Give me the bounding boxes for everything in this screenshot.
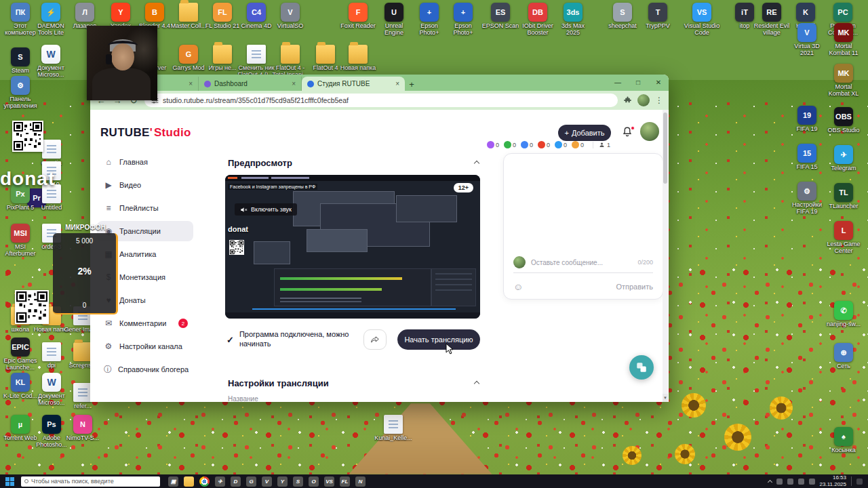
clock[interactable]: 16:53 23.11.2025 bbox=[820, 474, 846, 487]
desktop-icon[interactable]: S sheepchat bbox=[604, 3, 642, 30]
desktop-icon[interactable]: Master.Coll... bbox=[170, 3, 208, 30]
address-bar[interactable]: studio.rutube.ru/stream/355c01d7f5cd9a5f… bbox=[144, 94, 618, 107]
user-avatar[interactable] bbox=[640, 122, 659, 141]
social-badge[interactable]: 0 bbox=[572, 141, 584, 148]
tray-icon[interactable] bbox=[787, 479, 793, 485]
tab-close-icon[interactable]: × bbox=[292, 80, 296, 87]
sidebar-item[interactable]: ✉ Комментарии 2 bbox=[97, 313, 193, 333]
taskbar-app-icon[interactable] bbox=[199, 476, 210, 487]
show-desktop-divider[interactable] bbox=[851, 476, 852, 486]
desktop-icon[interactable]: Сменить ник FlatOut 4 (L... bbox=[237, 45, 275, 79]
desktop-icon[interactable]: T TrypPPV bbox=[639, 3, 677, 30]
taskbar-app-icon[interactable]: N bbox=[355, 476, 366, 487]
browser-tab[interactable]: Студия RUTUBE × bbox=[302, 77, 405, 91]
taskbar-app-icon[interactable]: V bbox=[262, 476, 272, 487]
add-button[interactable]: + Добавить bbox=[558, 125, 611, 141]
sidebar-item[interactable]: ⚙ Настройки канала bbox=[97, 336, 193, 357]
tab-close-icon[interactable]: × bbox=[395, 80, 399, 87]
tray-icon[interactable] bbox=[809, 479, 815, 485]
desktop-icon[interactable]: G Garrys Mod bbox=[170, 45, 208, 72]
taskbar-app-icon[interactable]: G bbox=[246, 476, 256, 487]
desktop-icon[interactable]: + Epson Photo+ bbox=[444, 3, 482, 37]
tray-chevron-icon[interactable] bbox=[768, 479, 772, 484]
taskbar-app-icon[interactable]: O bbox=[309, 476, 319, 487]
taskbar-app-icon[interactable]: ▣ bbox=[168, 476, 178, 487]
sidebar-item[interactable]: ⓘ Справочник блогера bbox=[97, 359, 193, 380]
sidebar-item[interactable]: ≡ Плейлисты bbox=[97, 198, 193, 218]
notification-center-icon[interactable] bbox=[856, 479, 863, 485]
collapse-chevron-icon[interactable] bbox=[474, 380, 479, 386]
desktop-icon[interactable]: DB IObit Driver Booster bbox=[519, 3, 557, 37]
desktop-icon[interactable]: F Foxit Reader bbox=[339, 3, 377, 30]
desktop-icon[interactable]: ⚙ Настройки FIFA 19 bbox=[788, 182, 826, 216]
video-preview[interactable]: Facebook и Instagram запрещены в РФ Вклю… bbox=[225, 175, 480, 319]
desktop-icon[interactable]: FL FL Studio 21 bbox=[203, 3, 241, 30]
social-badge[interactable]: 0 bbox=[521, 141, 533, 148]
desktop-icon[interactable]: ♠ Косынка bbox=[825, 427, 863, 454]
desktop-icon[interactable]: ✈ Telegram bbox=[825, 145, 863, 172]
desktop-icon[interactable]: + Epson Photo+ bbox=[410, 3, 448, 37]
rutube-studio-logo[interactable]: RUTUBE'Studio bbox=[100, 126, 191, 140]
extensions-icon[interactable] bbox=[623, 96, 632, 105]
profile-avatar[interactable] bbox=[637, 94, 650, 106]
desktop-icon[interactable]: ⊕ Сеть bbox=[825, 343, 863, 370]
new-tab-button[interactable]: + bbox=[405, 77, 418, 91]
desktop-icon[interactable]: L Lesta Game Center bbox=[825, 221, 863, 255]
desktop-icon[interactable]: U Unreal Engine bbox=[375, 3, 413, 37]
taskbar-app-icon[interactable]: Y bbox=[277, 476, 288, 487]
desktop-icon[interactable]: 3ds 3ds Max 2025 bbox=[554, 3, 592, 37]
desktop-icon[interactable]: Новая папка bbox=[339, 45, 377, 72]
chat-input[interactable]: Оставьте сообщение... 0/200 bbox=[513, 256, 653, 273]
social-badge[interactable]: 0 bbox=[487, 141, 499, 148]
desktop-icon[interactable]: Kunai_Kelle... bbox=[374, 415, 412, 442]
scrollbar-thumb[interactable] bbox=[663, 113, 667, 184]
taskbar-app-icon[interactable]: FL bbox=[340, 476, 350, 487]
desktop-icon[interactable]: MK Mortal Kombat XL bbox=[825, 64, 863, 98]
desktop-icon[interactable]: V VirtualSO bbox=[271, 3, 309, 30]
tray-icon[interactable] bbox=[776, 479, 783, 485]
desktop-icon[interactable]: TL TLauncher bbox=[825, 183, 863, 210]
notifications-button[interactable] bbox=[621, 126, 635, 140]
desktop-icon[interactable]: ✆ nanjing-sw... bbox=[825, 301, 863, 328]
start-button[interactable] bbox=[5, 477, 14, 486]
browser-menu-icon[interactable]: ⋮ bbox=[655, 96, 663, 105]
taskbar-app-icon[interactable]: D bbox=[231, 476, 241, 487]
desktop-icon[interactable]: C4 Cinema 4D bbox=[237, 3, 275, 30]
desktop-icon[interactable]: ES EPSON Scan bbox=[481, 3, 519, 30]
unmute-button[interactable]: Включить звук bbox=[235, 203, 297, 216]
social-badge[interactable]: 0 bbox=[538, 141, 550, 148]
page-scrollbar[interactable]: ▼ bbox=[663, 110, 668, 402]
desktop-icon[interactable]: OBS OBS Studio bbox=[825, 107, 863, 134]
tray-icon[interactable] bbox=[798, 479, 804, 485]
window-close-button[interactable]: ✕ bbox=[648, 75, 669, 91]
scroll-down-button[interactable]: ▼ bbox=[663, 394, 668, 402]
desktop-icon[interactable]: Игры не... bbox=[203, 45, 241, 72]
desktop-icon[interactable]: N NimoTV-S... bbox=[64, 415, 102, 442]
desktop-icon[interactable]: FlatOut 4 - Total Insani... bbox=[271, 45, 309, 79]
taskbar-search[interactable]: Чтобы начать поиск, введите bbox=[21, 476, 160, 487]
desktop-icon[interactable]: MK Mortal Kombat 11 bbox=[825, 23, 863, 57]
window-maximize-button[interactable]: □ bbox=[628, 75, 648, 91]
floating-action-button[interactable] bbox=[629, 355, 654, 380]
desktop-icon[interactable]: V Virtua 3D 2021 bbox=[788, 23, 826, 57]
social-badge[interactable]: 0 bbox=[504, 141, 516, 148]
browser-tab[interactable]: Dashboard × bbox=[199, 77, 302, 91]
desktop-icon[interactable]: VS Visual Studio Code bbox=[683, 3, 721, 37]
taskbar-app-icon[interactable] bbox=[184, 476, 194, 487]
desktop-icon[interactable]: 19 FIFA 19 bbox=[788, 106, 826, 133]
desktop-icon[interactable]: W Документ Microso... bbox=[32, 45, 70, 79]
desktop-icon[interactable]: ⚡ DAEMON Tools Lite bbox=[32, 3, 70, 37]
sidebar-item[interactable]: ▶ Видео bbox=[97, 175, 193, 195]
tab-close-icon[interactable]: × bbox=[189, 80, 193, 87]
start-stream-button[interactable]: Начать трансляцию bbox=[397, 329, 480, 350]
desktop-icon[interactable]: ⚙ Панель управления bbox=[1, 76, 39, 110]
send-button[interactable]: Отправить bbox=[616, 283, 653, 291]
share-button[interactable] bbox=[363, 329, 387, 350]
taskbar-app-icon[interactable]: S bbox=[293, 476, 303, 487]
window-minimize-button[interactable]: — bbox=[608, 75, 628, 91]
social-badge[interactable]: 0 bbox=[555, 141, 567, 148]
desktop-icon[interactable]: RE Resident Evil village bbox=[753, 3, 791, 37]
taskbar-app-icon[interactable]: VS bbox=[324, 476, 334, 487]
collapse-chevron-icon[interactable] bbox=[474, 160, 479, 165]
taskbar-app-icon[interactable]: ✈ bbox=[215, 476, 225, 487]
